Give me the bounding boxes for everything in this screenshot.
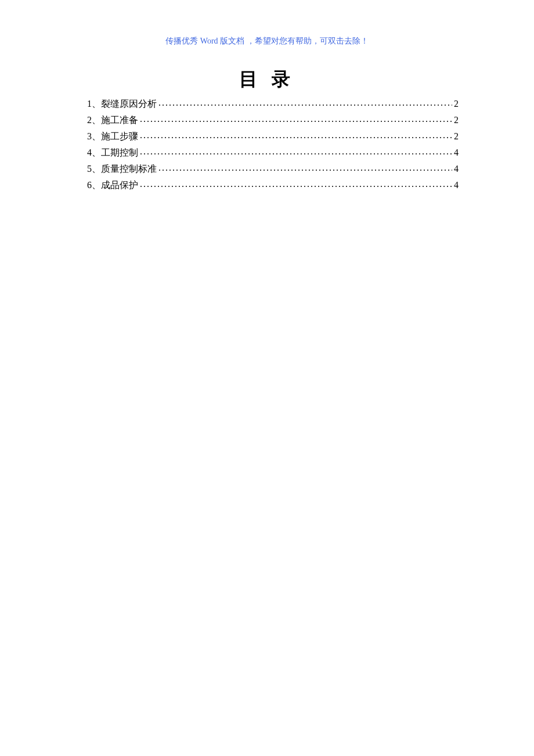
toc-page: 2 bbox=[454, 96, 459, 112]
toc-dots bbox=[140, 143, 452, 160]
toc-container: 1、裂缝原因分析 2 2、施工准备 2 3、施工步骤 2 4、工期控制 4 5、… bbox=[87, 96, 459, 193]
toc-label: 6、成品保护 bbox=[87, 177, 138, 193]
toc-entry: 2、施工准备 2 bbox=[87, 112, 459, 128]
toc-dots bbox=[140, 111, 452, 127]
toc-entry: 6、成品保护 4 bbox=[87, 177, 459, 193]
toc-title: 目 录 bbox=[0, 67, 534, 92]
toc-page: 2 bbox=[454, 112, 459, 128]
toc-page: 4 bbox=[454, 177, 459, 193]
header-note: 传播优秀 Word 版文档 ，希望对您有帮助，可双击去除！ bbox=[0, 36, 534, 46]
toc-entry: 1、裂缝原因分析 2 bbox=[87, 96, 459, 112]
toc-dots bbox=[140, 127, 452, 143]
toc-label: 4、工期控制 bbox=[87, 145, 138, 161]
toc-label: 3、施工步骤 bbox=[87, 128, 138, 145]
toc-entry: 3、施工步骤 2 bbox=[87, 128, 459, 145]
toc-dots bbox=[158, 95, 452, 111]
toc-label: 1、裂缝原因分析 bbox=[87, 96, 157, 112]
toc-page: 4 bbox=[454, 145, 459, 161]
toc-entry: 5、质量控制标准 4 bbox=[87, 161, 459, 177]
toc-dots bbox=[158, 160, 452, 176]
toc-dots bbox=[140, 176, 452, 192]
toc-label: 5、质量控制标准 bbox=[87, 161, 157, 177]
toc-entry: 4、工期控制 4 bbox=[87, 145, 459, 161]
toc-label: 2、施工准备 bbox=[87, 112, 138, 128]
toc-page: 2 bbox=[454, 128, 459, 145]
toc-page: 4 bbox=[454, 161, 459, 177]
